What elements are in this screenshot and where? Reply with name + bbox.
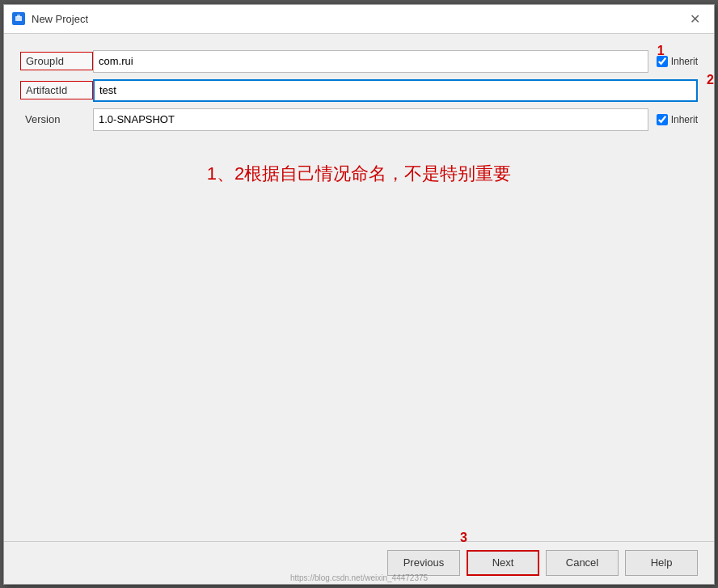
- groupid-input-wrapper: 1: [93, 50, 648, 73]
- footer-annotation: 3: [460, 531, 467, 545]
- groupid-input[interactable]: [93, 50, 648, 73]
- artifactid-label: ArtifactId: [20, 81, 93, 99]
- previous-button[interactable]: Previous: [387, 550, 460, 576]
- artifactid-input-wrapper: 2: [93, 79, 698, 102]
- version-label: Version: [20, 111, 93, 128]
- next-button[interactable]: Next: [467, 550, 539, 576]
- close-button[interactable]: ✕: [683, 7, 706, 30]
- groupid-inherit-label: Inherit: [671, 56, 698, 67]
- cancel-button[interactable]: Cancel: [546, 550, 619, 576]
- version-inherit-checkbox[interactable]: [657, 114, 668, 125]
- groupid-row: GroupId 1 Inherit: [20, 50, 698, 73]
- dialog-content: GroupId 1 Inherit ArtifactId 2 Version: [4, 34, 714, 541]
- version-input-wrapper: [93, 108, 648, 131]
- groupid-annotation: 1: [657, 44, 665, 58]
- artifactid-input[interactable]: [93, 79, 698, 102]
- version-row: Version Inherit: [20, 108, 698, 131]
- dialog-title: New Project: [32, 13, 88, 25]
- version-input[interactable]: [93, 108, 648, 131]
- svg-rect-2: [17, 15, 20, 17]
- version-inherit-wrapper: Inherit: [657, 114, 698, 125]
- groupid-label: GroupId: [20, 52, 93, 70]
- artifactid-row: ArtifactId 2: [20, 79, 698, 102]
- title-bar-left: New Project: [12, 12, 88, 25]
- version-inherit-label: Inherit: [671, 114, 698, 125]
- project-icon: [12, 12, 25, 25]
- help-button[interactable]: Help: [625, 550, 698, 576]
- watermark: https://blog.csdn.net/weixin_44472375: [4, 573, 714, 582]
- new-project-dialog: New Project ✕ GroupId 1 Inherit Artifact…: [3, 4, 715, 585]
- artifactid-annotation: 2: [707, 73, 714, 87]
- annotation-text: 1、2根据自己情况命名，不是特别重要: [20, 162, 698, 186]
- title-bar: New Project ✕: [4, 5, 714, 34]
